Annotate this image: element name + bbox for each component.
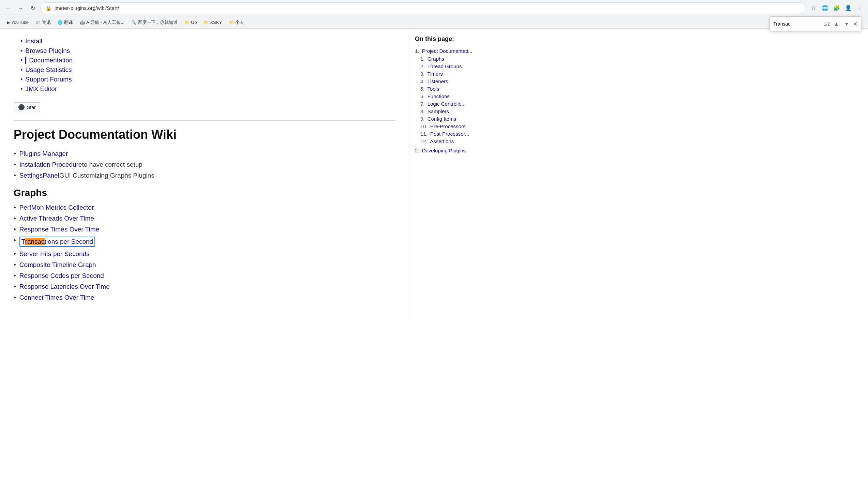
top-nav-list: Install Browse Plugins Documentation Usa… <box>14 38 395 93</box>
sidebar: On this page: 1. Project Documentati... … <box>409 29 498 319</box>
nav-link-install[interactable]: Install <box>25 38 42 45</box>
reload-button[interactable]: ↻ <box>28 3 38 13</box>
toc-sub-item-1-6: 6. Functions <box>420 93 492 99</box>
nav-item-usage: Usage Statistics <box>20 66 395 74</box>
more-icon[interactable]: ⋮ <box>855 3 865 13</box>
link-perfmon[interactable]: PerfMon Metrics Collector <box>19 204 94 211</box>
folder-go-icon: 📁 <box>184 20 190 25</box>
profile-icon[interactable]: 👤 <box>843 3 853 13</box>
bookmark-baidu[interactable]: 🔍 百度一下，你就知道 <box>129 19 180 26</box>
toc-link-assertions[interactable]: Assertions <box>430 138 454 144</box>
bookmark-label: AI导航 - AI人工智... <box>86 19 124 26</box>
nav-item-browse: Browse Plugins <box>20 47 395 55</box>
toc-link-graphs[interactable]: Graphs <box>428 56 444 62</box>
bookmark-personal[interactable]: 📁 个人 <box>226 19 247 26</box>
nav-item-forums: Support Forums <box>20 76 395 83</box>
find-prev-button[interactable]: ▲ <box>833 20 840 27</box>
bookmark-label: Go <box>191 20 197 25</box>
ai-icon: 🤖 <box>80 20 85 25</box>
list-item-response-codes: Response Codes per Second <box>14 272 395 280</box>
link-active-threads[interactable]: Active Threads Over Time <box>19 215 94 222</box>
link-plugins-manager[interactable]: Plugins Manager <box>19 150 68 158</box>
toc-link-functions[interactable]: Functions <box>428 93 450 99</box>
nav-link-documentation[interactable]: Documentation <box>25 57 73 64</box>
forward-button[interactable]: → <box>16 3 25 13</box>
toc-link-listeners[interactable]: Listeners <box>428 78 448 84</box>
toc-link-timers[interactable]: Timers <box>427 71 443 77</box>
toc-sub-item-1-1: 1. Graphs <box>420 56 492 62</box>
bookmark-label: 资讯 <box>42 19 51 26</box>
toc-link-tools[interactable]: Tools <box>427 86 439 92</box>
github-star-button[interactable]: ⚫ Star <box>14 102 40 112</box>
bookmark-ai[interactable]: 🤖 AI导航 - AI人工智... <box>77 19 127 26</box>
url-text: jmeter-plugins.org/wiki/Start/ <box>55 5 119 11</box>
security-icon: 🔒 <box>45 5 52 11</box>
toc-sub-item-1-4: 4. Listeners <box>420 78 492 84</box>
nav-link-usage[interactable]: Usage Statistics <box>25 66 72 74</box>
bookmark-youtube[interactable]: ▶ YouTube <box>4 19 31 26</box>
link-installation[interactable]: Installation Procedure <box>19 161 82 168</box>
bookmark-zixun[interactable]: 📰 资讯 <box>33 19 54 26</box>
back-button[interactable]: ← <box>3 3 13 13</box>
bookmark-go[interactable]: 📁 Go <box>182 19 199 26</box>
nav-link-jmx[interactable]: JMX Editor <box>25 85 57 93</box>
bookmark-fanyi[interactable]: 🌐 翻译 <box>55 19 76 26</box>
toc-link-config-items[interactable]: Config Items <box>428 116 456 122</box>
bookmark-label: 百度一下，你就知道 <box>138 19 178 26</box>
address-bar[interactable]: 🔒 jmeter-plugins.org/wiki/Start/ <box>40 2 806 14</box>
folder-personal-icon: 📁 <box>229 20 234 25</box>
toc-sub-item-1-5: 5. Tools <box>420 86 492 92</box>
link-connect-times[interactable]: Connect Times Over Time <box>19 294 94 301</box>
find-count: 1/2 <box>824 21 830 27</box>
link-settings[interactable]: SettingsPanel <box>19 172 59 179</box>
intro-item-plugins-manager: Plugins Manager <box>14 150 395 158</box>
link-composite[interactable]: Composite Timeline Graph <box>19 261 96 269</box>
nav-item-install: Install <box>20 38 395 45</box>
toc-link-developing[interactable]: Developing Plugins <box>422 148 466 153</box>
bookmark-label: YouTube <box>11 20 29 25</box>
list-item-connect-times: Connect Times Over Time <box>14 294 395 301</box>
toc-link-logic-controller[interactable]: Logic Controlle... <box>428 101 466 107</box>
toc-sub-item-1-10: 10. Pre-Processors <box>420 123 492 129</box>
toc-link-post-processors[interactable]: Post-Processor... <box>430 131 469 137</box>
list-item-server-hits: Server Hits per Seconds <box>14 250 395 258</box>
toc-link-pre-processors[interactable]: Pre-Processors <box>430 123 465 129</box>
graphs-heading: Graphs <box>14 188 395 198</box>
find-close-button[interactable]: ✕ <box>853 21 857 27</box>
link-response-latencies[interactable]: Response Latencies Over Time <box>19 283 110 290</box>
list-item-composite: Composite Timeline Graph <box>14 261 395 269</box>
list-item-response-times: Response Times Over Time <box>14 226 395 233</box>
folder-xsky-icon: 📁 <box>204 20 209 25</box>
extensions-icon[interactable]: 🧩 <box>832 3 841 13</box>
baidu-icon: 🔍 <box>131 20 136 25</box>
nav-link-browse[interactable]: Browse Plugins <box>25 47 70 55</box>
nav-item-jmx: JMX Editor <box>20 85 395 93</box>
bookmark-star-icon[interactable]: ☆ <box>809 3 818 13</box>
list-item-perfmon: PerfMon Metrics Collector <box>14 204 395 211</box>
nav-link-forums[interactable]: Support Forums <box>25 76 72 83</box>
link-response-codes[interactable]: Response Codes per Second <box>19 272 104 280</box>
bookmark-xsky[interactable]: 📁 XSKY <box>201 19 225 26</box>
graphs-list: PerfMon Metrics Collector Active Threads… <box>14 204 395 301</box>
intro-item-settings: SettingsPanel GUI Customizing Graphs Plu… <box>14 172 395 179</box>
link-server-hits[interactable]: Server Hits per Seconds <box>19 250 90 258</box>
toc-sublist-1: 1. Graphs 2. Thread Groups 3. Timers 4. … <box>415 56 492 144</box>
toc-link-1[interactable]: Project Documentati... <box>422 48 473 54</box>
toc-link-thread-groups[interactable]: Thread Groups <box>427 63 462 69</box>
transactions-focused-box: Transactions per Second <box>19 237 95 247</box>
link-transactions[interactable]: Transactions per Second <box>21 238 93 245</box>
toc-sub-item-1-2: 2. Thread Groups <box>420 63 492 69</box>
translate-icon[interactable]: 🌐 <box>820 3 830 13</box>
toc-sub-item-1-11: 11. Post-Processor... <box>420 131 492 137</box>
sidebar-toc: 1. Project Documentati... 1. Graphs 2. T… <box>415 48 492 153</box>
list-item-active-threads: Active Threads Over Time <box>14 215 395 222</box>
page-container: Install Browse Plugins Documentation Usa… <box>0 29 868 319</box>
toolbar-icons: ☆ 🌐 🧩 👤 ⋮ <box>809 3 865 13</box>
toc-sub-item-1-9: 9. Config Items <box>420 116 492 122</box>
toc-link-samplers[interactable]: Samplers <box>428 108 449 114</box>
toc-item-2: 2. Developing Plugins <box>415 148 492 153</box>
link-response-times[interactable]: Response Times Over Time <box>19 226 99 233</box>
find-next-button[interactable]: ▼ <box>843 20 850 27</box>
find-bar: 1/2 ▲ ▼ ✕ <box>769 16 861 31</box>
find-input[interactable] <box>773 21 821 27</box>
